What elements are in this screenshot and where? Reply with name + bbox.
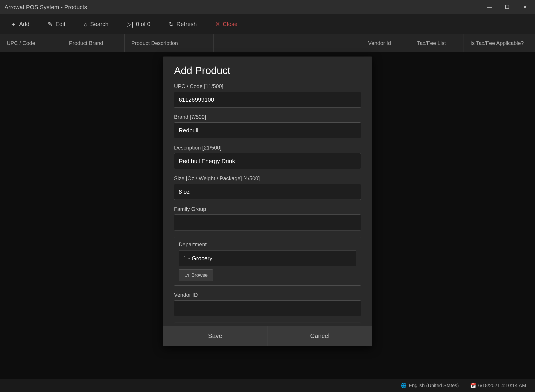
col-header-vendor: Vendor Id xyxy=(361,34,410,52)
status-bar: 🌐 English (United States) 📅 6/18/2021 4:… xyxy=(0,379,535,392)
maximize-button[interactable]: ☐ xyxy=(502,3,513,12)
add-icon: ＋ xyxy=(10,20,16,28)
window-controls: — ☐ ✕ xyxy=(484,3,530,12)
vendor-id-label: Vendor ID xyxy=(174,292,361,298)
search-button[interactable]: ⌕ Search xyxy=(80,19,112,30)
description-input[interactable] xyxy=(174,153,361,169)
cancel-button[interactable]: Cancel xyxy=(268,326,372,346)
edit-icon: ✎ xyxy=(48,20,53,28)
department-label: Department xyxy=(179,241,356,248)
search-label: Search xyxy=(90,21,108,28)
refresh-icon: ↻ xyxy=(169,20,174,28)
modal-title: Add Product xyxy=(174,65,361,77)
family-group-label: Family Group xyxy=(174,206,361,212)
toolbar: ＋ Add ✎ Edit ⌕ Search ▷| 0 of 0 ↻ Refres… xyxy=(0,14,535,34)
taxfee-group: Tax/Fee List 1 - CRV-8-oz Display Name: … xyxy=(174,322,361,326)
modal-header: Add Product xyxy=(163,56,372,81)
family-group-input[interactable] xyxy=(174,215,361,230)
edit-label: Edit xyxy=(55,21,66,28)
nav-label: 0 of 0 xyxy=(136,21,150,28)
col-header-tax: Tax/Fee List xyxy=(410,34,464,52)
refresh-label: Refresh xyxy=(177,21,197,28)
table-header: UPC / Code Product Brand Product Descrip… xyxy=(0,34,535,52)
datetime-status: 📅 6/18/2021 4:10:14 AM xyxy=(470,383,526,388)
save-button[interactable]: Save xyxy=(163,326,268,346)
nav-icon: ▷| xyxy=(127,20,133,28)
col-header-upc: UPC / Code xyxy=(0,34,62,52)
refresh-button[interactable]: ↻ Refresh xyxy=(165,18,200,30)
description-label: Description [21/500] xyxy=(174,145,361,151)
close-toolbar-button[interactable]: ✕ Close xyxy=(211,18,241,30)
department-input[interactable] xyxy=(179,250,356,266)
main-area: Add Product UPC / Code [11/500] Brand [7… xyxy=(0,52,535,379)
col-header-brand: Product Brand xyxy=(62,34,125,52)
language-label: English (United States) xyxy=(409,383,459,388)
brand-group: Brand [7/500] xyxy=(174,114,361,138)
modal-overlay: Add Product UPC / Code [11/500] Brand [7… xyxy=(0,52,535,379)
nav-indicator: ▷| 0 of 0 xyxy=(123,18,154,30)
language-status: 🌐 English (United States) xyxy=(401,383,459,388)
minimize-button[interactable]: — xyxy=(484,3,495,12)
add-button[interactable]: ＋ Add xyxy=(7,18,33,31)
upc-group: UPC / Code [11/500] xyxy=(174,83,361,108)
family-group-group: Family Group xyxy=(174,206,361,230)
department-group: Department 🗂 Browse xyxy=(174,237,361,286)
datetime-label: 6/18/2021 4:10:14 AM xyxy=(478,383,526,388)
close-toolbar-icon: ✕ xyxy=(215,20,220,28)
modal-body: UPC / Code [11/500] Brand [7/500] Descri… xyxy=(163,81,372,326)
clock-icon: 📅 xyxy=(470,383,476,388)
size-input[interactable] xyxy=(174,184,361,200)
upc-label: UPC / Code [11/500] xyxy=(174,83,361,89)
window-title: Arrowat POS System - Products xyxy=(5,4,484,11)
language-icon: 🌐 xyxy=(401,383,407,388)
col-header-applicable: Is Tax/Fee Applicable? xyxy=(464,34,535,52)
close-button[interactable]: ✕ xyxy=(519,3,530,12)
col-header-desc: Product Description xyxy=(125,34,214,52)
size-group: Size [Oz / Weight / Package] [4/500] xyxy=(174,175,361,200)
size-label: Size [Oz / Weight / Package] [4/500] xyxy=(174,175,361,182)
modal-footer: Save Cancel xyxy=(163,326,372,346)
browse-icon: 🗂 xyxy=(184,272,189,278)
description-group: Description [21/500] xyxy=(174,145,361,169)
brand-label: Brand [7/500] xyxy=(174,114,361,120)
edit-button[interactable]: ✎ Edit xyxy=(44,18,69,30)
add-label: Add xyxy=(19,21,29,28)
brand-input[interactable] xyxy=(174,122,361,138)
search-icon: ⌕ xyxy=(84,21,87,28)
browse-label: Browse xyxy=(191,272,208,278)
vendor-id-input[interactable] xyxy=(174,300,361,316)
close-label: Close xyxy=(223,21,237,28)
upc-input[interactable] xyxy=(174,92,361,108)
browse-button[interactable]: 🗂 Browse xyxy=(179,269,213,281)
vendor-id-group: Vendor ID xyxy=(174,292,361,316)
add-product-modal: Add Product UPC / Code [11/500] Brand [7… xyxy=(163,56,372,346)
title-bar: Arrowat POS System - Products — ☐ ✕ xyxy=(0,0,535,14)
